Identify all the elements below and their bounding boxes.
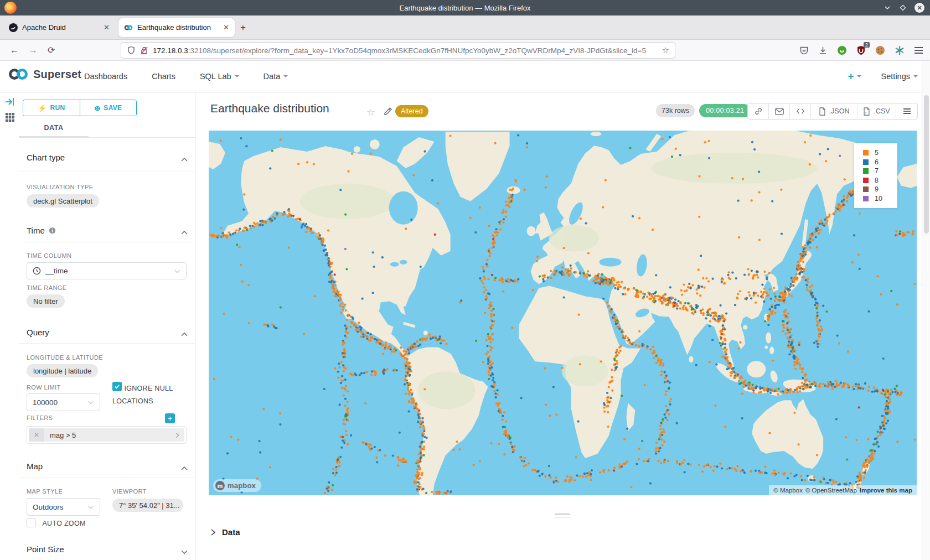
superset-favicon (124, 23, 133, 32)
ublock-origin-icon[interactable]: 2 (856, 45, 866, 55)
section-point-size[interactable]: Point Size (27, 545, 170, 554)
add-filter-button[interactable]: + (165, 413, 175, 423)
visualization-type-value[interactable]: deck.gl Scatterplot (27, 194, 99, 208)
window-maximize-icon[interactable] (899, 4, 907, 12)
tab-apache-druid[interactable]: Apache Druid ✕ (3, 18, 115, 37)
legend-item[interactable]: 5 (863, 148, 897, 158)
url-bar[interactable]: 172.18.0.3:32108/superset/explore/?form_… (121, 42, 675, 59)
datasource-grid-icon[interactable] (4, 112, 16, 123)
window-close-icon[interactable]: ✕ (914, 3, 924, 13)
bookmark-star-icon[interactable]: ☆ (662, 45, 669, 55)
mapbox-logo-text: mapbox (228, 481, 256, 490)
section-query[interactable]: Query (27, 328, 170, 337)
chevron-right-icon[interactable] (170, 432, 184, 438)
chevron-up-icon[interactable] (180, 465, 188, 473)
export-csv-button[interactable]: x .CSV (857, 103, 896, 119)
nav-item-sql-lab[interactable]: SQL Lab (200, 72, 239, 81)
run-button[interactable]: ⚡RUN (23, 100, 80, 116)
data-panel-expander[interactable]: Data (210, 527, 240, 537)
panel-resize-handle[interactable] (555, 514, 570, 520)
tab-close-icon[interactable]: ✕ (223, 23, 229, 32)
chart-menu-button[interactable] (896, 103, 917, 119)
superset-logo[interactable]: Superset (8, 68, 81, 81)
viewport-value[interactable]: 7° 35' 54.02" | 31... (112, 499, 183, 512)
tab-label: Apache Druid (22, 23, 99, 32)
chevron-down-icon (87, 399, 94, 406)
new-item-button[interactable]: + (848, 70, 861, 82)
legend-item[interactable]: 6 (863, 158, 897, 167)
legend-item[interactable]: 9 (863, 185, 897, 194)
map-style-label: MAP STYLE (27, 488, 63, 495)
share-link-button[interactable] (748, 103, 769, 119)
time-column-select[interactable]: __time (27, 262, 187, 279)
section-time[interactable]: Time (27, 226, 170, 235)
shield-permissions-icon[interactable] (127, 46, 136, 55)
save-button[interactable]: ⊕SAVE (80, 100, 137, 116)
map-style-select[interactable]: Outdoors (27, 498, 100, 516)
section-map[interactable]: Map (27, 462, 170, 471)
privacy-badger-icon[interactable] (837, 45, 847, 55)
legend-item[interactable]: 10 (863, 194, 897, 204)
legend-item[interactable]: 7 (863, 167, 897, 176)
section-chart-type[interactable]: Chart type (27, 153, 170, 162)
edit-title-icon[interactable] (383, 106, 393, 116)
legend-swatch-icon (863, 159, 869, 165)
legend-label: 7 (875, 167, 879, 175)
chevron-right-icon (210, 528, 216, 536)
ignore-null-checkbox[interactable] (112, 382, 122, 391)
insecure-lock-icon[interactable] (140, 46, 148, 55)
nav-item-charts[interactable]: Charts (152, 72, 175, 81)
time-range-value[interactable]: No filter (27, 294, 65, 308)
url-text[interactable]: 172.18.0.3:32108/superset/explore/?form_… (153, 46, 658, 55)
favorite-star-icon[interactable]: ☆ (366, 106, 376, 116)
page-scrollbar[interactable] (922, 61, 930, 560)
forward-button[interactable]: → (29, 45, 38, 55)
tab-data[interactable]: DATA (19, 121, 89, 138)
window-minimize-icon[interactable] (884, 4, 891, 12)
export-json-button[interactable]: .JSON (811, 103, 857, 119)
row-limit-select[interactable]: 100000 (27, 393, 100, 411)
cookie-icon[interactable] (875, 45, 885, 55)
improve-map-link[interactable]: Improve this map (860, 487, 912, 494)
tab-earthquake-distribution[interactable]: Earthquake distribution ✕ (118, 18, 235, 37)
osm-attribution-link[interactable]: © OpenStreetMap (805, 487, 857, 494)
filter-chip[interactable]: ✕ mag > 5 (29, 428, 184, 442)
legend-item[interactable]: 8 (863, 176, 897, 185)
section-divider (19, 343, 195, 344)
scrollbar-thumb[interactable] (924, 95, 929, 234)
chevron-up-icon[interactable] (180, 331, 188, 339)
chart-title[interactable]: Earthquake distribution (210, 102, 329, 115)
email-button[interactable] (769, 103, 790, 119)
legend-label: 10 (875, 195, 882, 203)
lonlat-value[interactable]: longitude | latitude (27, 364, 98, 377)
row-limit-label: ROW LIMIT (27, 384, 61, 391)
druid-favicon (9, 23, 18, 32)
embed-code-button[interactable] (790, 103, 811, 119)
chevron-up-icon[interactable] (180, 156, 188, 164)
tab-close-icon[interactable]: ✕ (104, 23, 110, 32)
nav-item-data[interactable]: Data (264, 72, 288, 81)
menu-hamburger-icon[interactable] (914, 46, 923, 54)
downloads-icon[interactable] (818, 46, 828, 55)
mapbox-logo[interactable]: m mapbox (213, 479, 261, 492)
container-asterisk-icon[interactable] (895, 45, 905, 55)
mapbox-attribution-link[interactable]: © Mapbox (773, 487, 803, 494)
time-column-label: TIME COLUMN (27, 252, 71, 259)
chevron-up-icon[interactable] (180, 229, 188, 237)
altered-badge[interactable]: Altered (395, 105, 428, 117)
window-titlebar: Earthquake distribution — Mozilla Firefo… (0, 0, 930, 15)
new-tab-button[interactable]: + (240, 22, 246, 33)
chevron-down-icon[interactable] (180, 548, 188, 556)
expand-panel-icon[interactable] (4, 96, 16, 107)
nav-item-dashboards[interactable]: Dashboards (84, 72, 127, 81)
settings-menu[interactable]: Settings (881, 72, 918, 81)
auto-zoom-checkbox[interactable] (27, 518, 36, 527)
map-style-value: Outdoors (33, 503, 64, 511)
pocket-icon[interactable] (799, 46, 809, 55)
back-button[interactable]: ← (10, 45, 19, 55)
legend-swatch-icon (863, 150, 869, 155)
map-canvas[interactable]: 5678910 m mapbox © Mapbox © OpenStreetMa… (209, 131, 917, 495)
remove-filter-icon[interactable]: ✕ (29, 428, 44, 442)
map-attribution: © Mapbox © OpenStreetMap Improve this ma… (769, 485, 917, 495)
reload-button[interactable]: ⟳ (48, 45, 55, 55)
